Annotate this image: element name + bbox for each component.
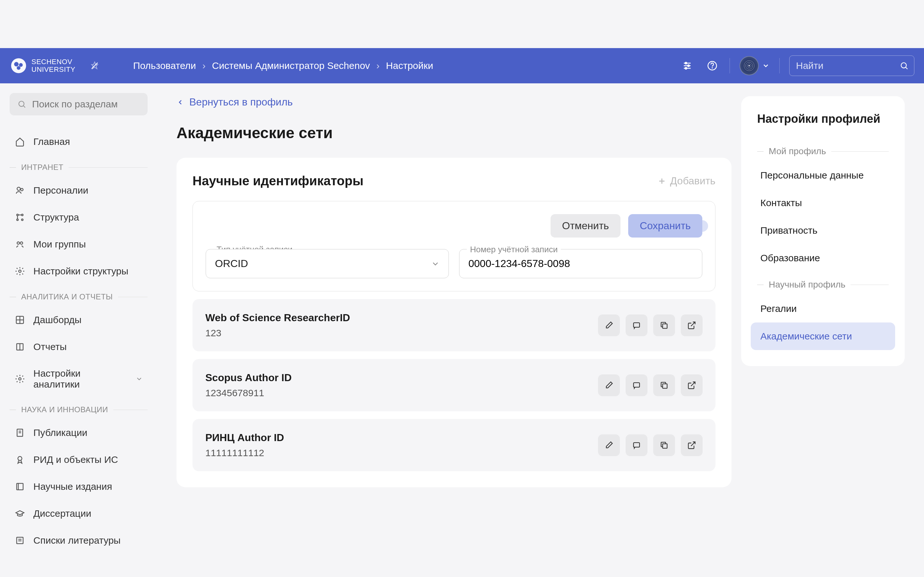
chevron-down-icon <box>136 375 143 383</box>
nav-label: Научные издания <box>33 481 112 492</box>
comment-icon <box>632 321 641 330</box>
breadcrumb-item[interactable]: Пользователи <box>133 60 196 71</box>
svg-point-9 <box>688 65 689 66</box>
search-icon <box>17 100 26 109</box>
svg-point-8 <box>685 62 687 64</box>
panel-item-education[interactable]: Образование <box>751 244 895 272</box>
home-icon <box>14 136 26 147</box>
sidebar-search-input[interactable] <box>10 93 148 115</box>
external-link-button[interactable] <box>681 314 703 336</box>
svg-point-37 <box>19 378 21 380</box>
panel-section: Мой профиль <box>751 139 895 161</box>
copy-icon <box>660 441 669 450</box>
nav-journals[interactable]: Научные издания <box>10 473 148 500</box>
identifier-name: РИНЦ Author ID <box>205 432 284 444</box>
panel-item-contacts[interactable]: Контакты <box>751 189 895 217</box>
breadcrumb-item[interactable]: Системы Администратор Sechenov <box>212 60 370 71</box>
nav-home[interactable]: Главная <box>10 128 148 155</box>
account-type-select[interactable]: ORCID <box>206 249 449 278</box>
pin-icon <box>90 61 99 70</box>
help-icon <box>707 61 717 71</box>
back-link[interactable]: Вернуться в профиль <box>176 96 732 108</box>
breadcrumbs: Пользователи › Системы Администратор Sec… <box>133 60 680 71</box>
nav-personnel[interactable]: Персоналии <box>10 177 148 204</box>
edit-button[interactable] <box>598 374 620 396</box>
nav-label: РИД и объекты ИС <box>33 454 118 465</box>
panel-item-privacy[interactable]: Приватность <box>751 217 895 244</box>
cancel-button[interactable]: Отменить <box>551 214 620 237</box>
app-header: SECHENOVUNIVERSITY Пользователи › Систем… <box>0 48 924 83</box>
svg-point-10 <box>685 67 687 69</box>
svg-point-26 <box>21 219 23 221</box>
copy-button[interactable] <box>653 434 675 456</box>
nav-label: Отчеты <box>33 342 67 352</box>
add-button[interactable]: Добавить <box>657 175 716 187</box>
users-icon <box>14 185 26 196</box>
chevron-right-icon: › <box>202 60 206 71</box>
edit-button[interactable] <box>598 434 620 456</box>
svg-rect-56 <box>662 444 667 448</box>
svg-line-51 <box>691 322 695 326</box>
svg-line-57 <box>691 442 695 446</box>
nav-label: Списки литературы <box>33 535 121 546</box>
svg-point-25 <box>17 219 18 221</box>
svg-point-21 <box>17 187 20 190</box>
nav-dissertations[interactable]: Диссертации <box>10 500 148 527</box>
copy-button[interactable] <box>653 314 675 336</box>
external-link-button[interactable] <box>681 374 703 396</box>
nav-groups[interactable]: Мои группы <box>10 231 148 258</box>
avatar <box>740 56 759 75</box>
gear-icon <box>14 373 26 385</box>
nav-structure-settings[interactable]: Настройки структуры <box>10 258 148 285</box>
identifier-value: 12345678911 <box>205 388 292 398</box>
copy-button[interactable] <box>653 374 675 396</box>
svg-point-22 <box>21 189 23 191</box>
nav-publications[interactable]: Публикации <box>10 419 148 446</box>
svg-point-1 <box>14 62 19 66</box>
copy-icon <box>660 381 669 390</box>
nav-section: АНАЛИТИКА И ОТЧЕТЫ <box>10 285 148 306</box>
page-title: Академические сети <box>176 124 732 142</box>
svg-line-54 <box>691 382 695 386</box>
nav-dashboards[interactable]: Дашборды <box>10 306 148 334</box>
comment-button[interactable] <box>626 314 648 336</box>
external-link-button[interactable] <box>681 434 703 456</box>
identifier-name: Scopus Author ID <box>205 372 292 384</box>
breadcrumb-item[interactable]: Настройки <box>386 60 433 71</box>
panel-item-academic-networks[interactable]: Академические сети <box>751 322 895 350</box>
external-link-icon <box>687 381 696 390</box>
external-link-icon <box>687 441 696 450</box>
profile-settings-panel: Настройки профилей Мой профиль Персональ… <box>741 96 905 366</box>
nav-analytics-settings[interactable]: Настройки аналитики <box>10 360 148 398</box>
save-button[interactable]: Сохранить <box>628 214 702 237</box>
panel-item-regalia[interactable]: Регалии <box>751 295 895 322</box>
edit-button[interactable] <box>598 314 620 336</box>
user-menu[interactable] <box>740 56 770 75</box>
help-button[interactable] <box>704 58 720 73</box>
panel-item-personal[interactable]: Персональные данные <box>751 161 895 189</box>
comment-button[interactable] <box>626 434 648 456</box>
divider <box>730 58 730 73</box>
svg-rect-55 <box>634 442 640 447</box>
svg-point-2 <box>19 63 23 67</box>
settings-button[interactable] <box>680 58 695 73</box>
nav-bibliography[interactable]: Списки литературы <box>10 527 148 554</box>
back-label: Вернуться в профиль <box>189 96 293 108</box>
nav-structure[interactable]: Структура <box>10 204 148 231</box>
pin-button[interactable] <box>88 59 101 72</box>
nav-rid[interactable]: РИД и объекты ИС <box>10 446 148 473</box>
report-icon <box>14 341 26 353</box>
sidebar: Главная ИНТРАНЕТ Персоналии Структура Мо… <box>0 83 157 564</box>
identifiers-card: Научные идентификаторы Добавить Отменить… <box>176 158 732 487</box>
award-icon <box>14 454 26 466</box>
global-search-input[interactable] <box>789 55 914 76</box>
svg-rect-49 <box>634 322 640 327</box>
nav-reports[interactable]: Отчеты <box>10 334 148 360</box>
svg-point-30 <box>20 242 23 245</box>
edit-identifier-form: Отменить Сохранить Тип учётной записи OR… <box>192 201 716 292</box>
svg-rect-53 <box>662 384 667 388</box>
nav-label: Дашборды <box>33 314 81 326</box>
svg-point-3 <box>17 66 21 70</box>
svg-rect-52 <box>634 382 640 387</box>
comment-button[interactable] <box>626 374 648 396</box>
